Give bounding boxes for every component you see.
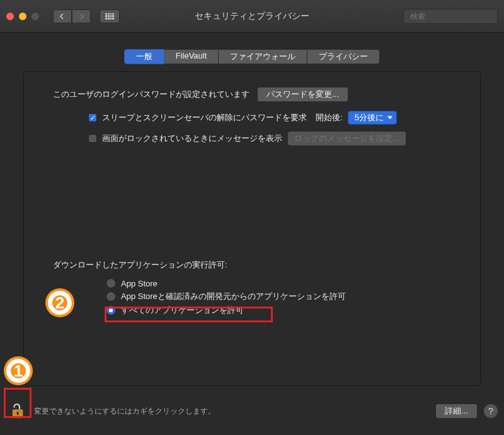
search-input[interactable] — [410, 12, 504, 21]
change-password-button[interactable]: パスワードを変更... — [257, 87, 348, 102]
tab-bar: 一般 FileVault ファイアウォール プライバシー — [0, 49, 504, 64]
tab-privacy[interactable]: プライバシー — [307, 49, 380, 64]
radio-identified[interactable] — [106, 291, 116, 302]
close-window-button[interactable] — [6, 13, 14, 20]
require-password-label: スリープとスクリーンセーバの解除にパスワードを要求 — [102, 112, 307, 123]
radio-identified-label: App Storeと確認済みの開発元からのアプリケーションを許可 — [121, 291, 346, 302]
radio-appstore[interactable] — [106, 278, 116, 288]
lock-message-label: 画面がロックされているときにメッセージを表示 — [102, 133, 282, 144]
lock-message-checkbox[interactable] — [88, 134, 97, 143]
titlebar: セキュリティとプライバシー — [0, 0, 504, 33]
login-password-set-label: このユーザのログインパスワードが設定されています — [53, 89, 249, 100]
radio-appstore-label: App Store — [121, 279, 158, 288]
svg-rect-8 — [17, 412, 18, 415]
forward-button[interactable] — [72, 9, 91, 23]
back-button[interactable] — [53, 9, 72, 23]
start-after-value: 5分後に — [355, 113, 384, 122]
window-controls — [6, 13, 39, 20]
unlocked-lock-icon — [10, 401, 28, 420]
start-after-label: 開始後: — [316, 112, 343, 123]
require-password-checkbox[interactable] — [88, 113, 97, 122]
gatekeeper-radio-group: App Store App Storeと確認済みの開発元からのアプリケーションを… — [105, 277, 480, 317]
zoom-window-button[interactable] — [32, 13, 39, 20]
content-panel: このユーザのログインパスワードが設定されています パスワードを変更... スリー… — [23, 71, 481, 386]
gatekeeper-section-label: ダウンロードしたアプリケーションの実行許可: — [53, 259, 480, 271]
show-all-button[interactable] — [100, 9, 120, 23]
radio-anywhere[interactable] — [106, 305, 116, 315]
set-lock-message-button[interactable]: ロックのメッセージを設定... — [287, 131, 406, 146]
tab-general[interactable]: 一般 — [124, 49, 164, 64]
nav-buttons — [53, 9, 91, 23]
grid-icon — [105, 13, 114, 20]
lock-button[interactable] — [10, 401, 28, 422]
details-button[interactable]: 詳細... — [435, 404, 478, 419]
start-after-select[interactable]: 5分後に — [348, 111, 397, 125]
help-button[interactable]: ? — [484, 404, 498, 418]
minimize-window-button[interactable] — [19, 13, 26, 20]
tab-filevault[interactable]: FileVault — [164, 49, 219, 64]
footer: 変更できないようにするにはカギをクリックします。 詳細... ? — [6, 393, 498, 429]
search-field[interactable] — [403, 9, 498, 24]
radio-anywhere-label: すべてのアプリケーションを許可 — [121, 305, 244, 316]
lock-help-text: 変更できないようにするにはカギをクリックします。 — [34, 406, 215, 417]
tab-firewall[interactable]: ファイアウォール — [219, 49, 307, 64]
